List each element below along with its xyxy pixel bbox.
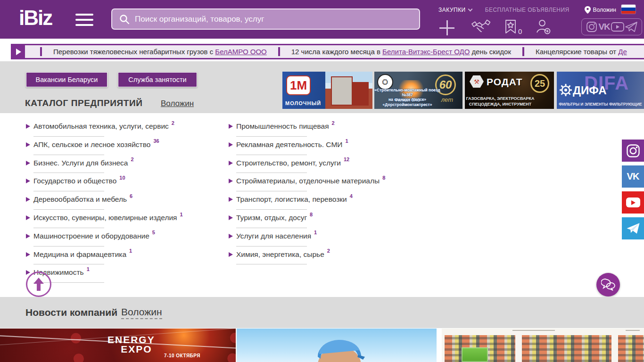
- category-item[interactable]: Машиностроение и оборудование5: [26, 230, 219, 248]
- category-item[interactable]: Туризм, отдых, досуг8: [229, 211, 422, 230]
- banner-years-word: лет: [441, 96, 453, 103]
- vk-rail-button[interactable]: VK: [622, 165, 644, 188]
- ticker-link[interactable]: Белита-Витэкс-Брест ОДО: [382, 48, 470, 56]
- category-item[interactable]: Стройматериалы, отделочные материалы8: [229, 174, 422, 193]
- ticker-text: 12 числа каждого месяца в: [291, 48, 382, 56]
- category-item[interactable]: Искусство, сувениры, ювелирные изделия1: [26, 211, 219, 230]
- add-company-button[interactable]: [439, 18, 454, 35]
- catalog-left-column: Автомобильная техника, услуги, сервис2 А…: [26, 120, 219, 284]
- ticker-item: 12 числа каждого месяца в Белита-Витэкс-…: [291, 48, 511, 56]
- category-item[interactable]: Автомобильная техника, услуги, сервис2: [26, 120, 219, 138]
- youtube-rail-button[interactable]: [622, 191, 644, 214]
- telegram-icon[interactable]: [625, 21, 637, 33]
- category-bullet-icon: [229, 215, 233, 220]
- youtube-icon[interactable]: [611, 22, 624, 32]
- news-image-building-render[interactable]: [442, 329, 644, 362]
- category-bullet-icon: [229, 179, 233, 183]
- vk-icon[interactable]: VK: [598, 22, 610, 32]
- ticker-item: Канцелярские товары от Де: [536, 48, 627, 56]
- banner-line: ГАЗОСВАРКА, ЭЛЕКТРОСВАРКА: [465, 96, 536, 101]
- person-photo-art: [237, 329, 437, 362]
- location-selector[interactable]: Воложин: [585, 6, 616, 14]
- category-item[interactable]: Медицина и фармацевтика1: [26, 248, 219, 266]
- chevron-down-icon: [468, 7, 472, 12]
- ticker-separator: [40, 47, 42, 56]
- instagram-icon[interactable]: [586, 21, 597, 33]
- instagram-rail-button[interactable]: [622, 140, 644, 162]
- category-label: Химия, энергетика, сырье: [236, 250, 324, 258]
- banner-difa[interactable]: DIFA ДИФА ФИЛЬТРЫ И ЭЛЕМЕНТЫ ФИЛЬТРУЮЩИЕ: [557, 72, 644, 109]
- category-bullet-icon: [26, 179, 30, 183]
- category-item[interactable]: Деревообработка и мебель6: [26, 193, 219, 211]
- category-label: Деревообработка и мебель: [33, 195, 127, 203]
- category-item[interactable]: Химия, энергетика, сырье2: [229, 248, 422, 266]
- zakupki-dropdown[interactable]: ЗАКУПКИ: [438, 7, 472, 13]
- category-item[interactable]: Бизнес. Услуги для бизнеса2: [26, 156, 219, 175]
- gear-icon: [560, 84, 572, 96]
- category-bullet-icon: [26, 197, 30, 202]
- category-label: АПК, сельское и лесное хозяйство: [33, 140, 150, 148]
- ticker-link[interactable]: БелАМРО ООО: [215, 48, 266, 56]
- company-news-band: Новости компаний Воложин: [0, 297, 644, 328]
- banner-worker-icon: ⚒: [470, 75, 484, 88]
- catalog-region-link[interactable]: Воложин: [161, 99, 194, 108]
- register-button[interactable]: [535, 19, 551, 35]
- news-title: Новости компаний: [25, 307, 117, 318]
- header-icon-row: 0 VK: [439, 17, 642, 37]
- ticker-separator: [522, 47, 524, 56]
- banner-molochny[interactable]: 1М МОЛОЧНЫЙ: [282, 72, 372, 109]
- banner-smp387[interactable]: ⛭ 60 лет «Строительно-монтажный поезд №3…: [374, 72, 462, 109]
- category-item[interactable]: Промышленность пищевая2: [229, 120, 422, 138]
- category-label: Услуги для населения: [236, 232, 311, 240]
- category-item[interactable]: Строительство, ремонт, услуги12: [229, 156, 422, 175]
- category-label: Государство и общество: [33, 177, 116, 185]
- ticker-link[interactable]: Де: [618, 48, 627, 56]
- telegram-rail-button[interactable]: [622, 217, 644, 239]
- news-region-link[interactable]: Воложин: [121, 306, 162, 319]
- plus-icon: [439, 20, 454, 35]
- category-count: 8: [382, 175, 385, 181]
- location-pin-icon: [585, 6, 591, 14]
- category-label: Строительство, ремонт, услуги: [236, 159, 341, 167]
- news-image-person[interactable]: [237, 329, 437, 362]
- category-label: Искусство, сувениры, ювелирные изделия: [33, 214, 177, 222]
- expo-title-line: EXPO: [107, 345, 155, 354]
- search-icon: [119, 14, 130, 25]
- news-image-energy-expo[interactable]: ENERGY EXPO 7-10 ОКТЯБРЯ: [0, 329, 236, 362]
- catalog-section: Автомобильная техника, услуги, сервис2 А…: [0, 113, 644, 297]
- banner-logo-text: 1М: [290, 78, 307, 93]
- search-bar[interactable]: [111, 8, 420, 30]
- category-item[interactable]: Транспорт, логистика, перевозки4: [229, 193, 422, 211]
- russia-flag-icon[interactable]: [621, 5, 636, 14]
- telegram-icon: [626, 222, 640, 235]
- category-item[interactable]: АПК, сельское и лесное хозяйство36: [26, 138, 219, 156]
- green-structure: [462, 347, 488, 362]
- category-bullet-icon: [26, 161, 30, 165]
- bookmarks-button[interactable]: 0: [504, 19, 522, 34]
- ticker-play-button[interactable]: [11, 44, 25, 59]
- banner-rodat[interactable]: ⚒ РОДАТ 25 ГАЗОСВАРКА, ЭЛЕКТРОСВАРКА СПЕ…: [465, 72, 554, 109]
- hamburger-menu-icon[interactable]: [75, 14, 93, 26]
- catalog-right-column: Промышленность пищевая2 Рекламная деятел…: [229, 120, 422, 266]
- category-bullet-icon: [26, 124, 30, 129]
- free-ads-link[interactable]: БЕСПЛАТНЫЕ ОБЪЯВЛЕНИЯ: [485, 7, 570, 13]
- category-item[interactable]: Недвижимость1: [26, 266, 219, 284]
- employment-button[interactable]: Служба занятости: [118, 72, 197, 87]
- category-item[interactable]: Рекламная деятельность. СМИ1: [229, 138, 422, 156]
- category-label: Промышленность пищевая: [236, 122, 329, 130]
- category-count: 1: [314, 230, 317, 235]
- vacancies-button[interactable]: Вакансии Беларуси: [26, 72, 107, 87]
- chat-widget-button[interactable]: [596, 273, 620, 296]
- site-logo[interactable]: iBiz: [19, 8, 52, 28]
- expo-dates: 7-10 ОКТЯБРЯ: [164, 353, 200, 358]
- category-item[interactable]: Государство и общество10: [26, 174, 219, 193]
- handshake-icon: [471, 19, 490, 35]
- category-label: Автомобильная техника, услуги, сервис: [33, 122, 169, 130]
- category-item[interactable]: Услуги для населения1: [229, 230, 422, 248]
- scroll-to-top-button[interactable]: [26, 272, 51, 297]
- search-input[interactable]: [135, 15, 399, 24]
- category-count: 1: [129, 248, 132, 254]
- category-label: Туризм, отдых, досуг: [236, 214, 307, 222]
- partners-button[interactable]: [471, 19, 490, 35]
- chat-bubbles-icon: [601, 279, 615, 291]
